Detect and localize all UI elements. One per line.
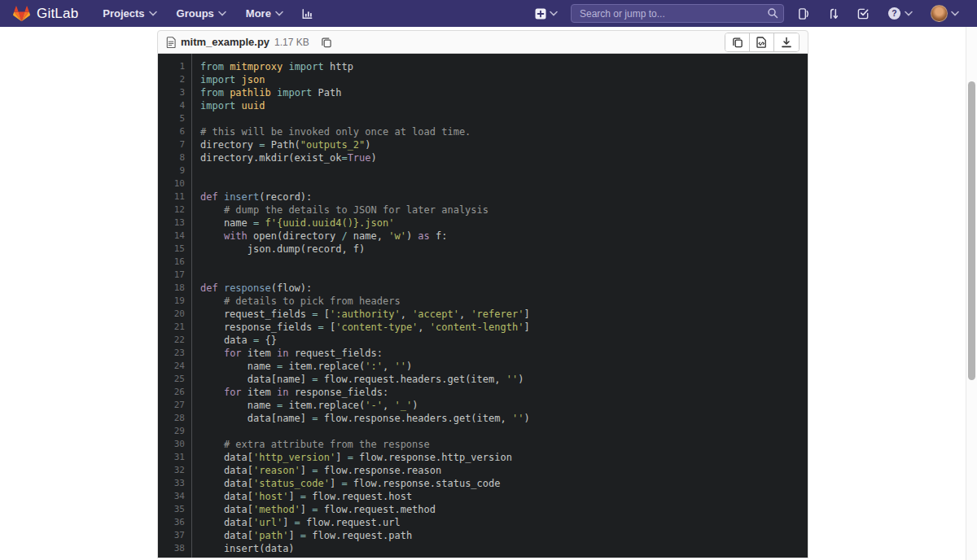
line-number[interactable]: 2	[158, 73, 185, 86]
line-number[interactable]: 20	[158, 308, 185, 321]
line-number[interactable]: 36	[158, 516, 185, 529]
line-number[interactable]: 8	[158, 151, 185, 164]
code-line: # dump the details to JSON for later ana…	[200, 203, 808, 217]
code-line	[200, 425, 808, 438]
gitlab-home-link[interactable]: GitLab	[13, 6, 78, 22]
open-raw-button[interactable]	[750, 33, 774, 51]
nav-groups[interactable]: Groups	[170, 3, 233, 24]
code-line: data['host'] = flow.request.host	[200, 490, 808, 503]
raw-file-icon	[756, 37, 767, 48]
line-number[interactable]: 26	[158, 386, 185, 399]
code-line: data[name] = flow.request.headers.get(it…	[200, 373, 808, 386]
todo-check-icon	[857, 7, 870, 20]
line-number[interactable]: 18	[158, 282, 185, 295]
file-action-group	[725, 33, 800, 52]
page-body: mitm_example.py 1.17 KB	[0, 27, 966, 560]
page-scrollbar[interactable]	[966, 27, 977, 560]
code-line: def insert(record):	[200, 190, 808, 203]
code-line: response_fields = ['content-type', 'cont…	[200, 321, 808, 334]
line-number[interactable]: 17	[158, 269, 185, 282]
code-line: json.dump(record, f)	[200, 243, 808, 256]
code-line: import json	[200, 73, 808, 86]
help-question-icon: ?	[887, 7, 901, 20]
code-line: data['status_code'] = flow.response.stat…	[200, 477, 808, 490]
line-number[interactable]: 33	[158, 477, 185, 490]
line-number[interactable]: 32	[158, 464, 185, 477]
line-number[interactable]: 19	[158, 295, 185, 308]
file-title: mitm_example.py 1.17 KB	[166, 36, 332, 48]
code-line: # details to pick from headers	[200, 295, 808, 308]
file-actions	[725, 33, 800, 52]
help-menu-button[interactable]: ?	[883, 3, 918, 24]
code-line	[200, 177, 808, 190]
code-line	[200, 112, 808, 125]
line-number[interactable]: 22	[158, 334, 185, 347]
nav-more-label: More	[246, 7, 271, 20]
line-number[interactable]: 21	[158, 321, 185, 334]
copy-icon	[732, 37, 743, 48]
line-number[interactable]: 12	[158, 203, 185, 217]
line-number[interactable]: 4	[158, 99, 185, 112]
line-number[interactable]: 3	[158, 86, 185, 99]
copy-contents-button[interactable]	[725, 33, 750, 51]
new-menu-button[interactable]	[530, 5, 563, 23]
copy-file-path-button[interactable]	[321, 37, 332, 48]
code-line-numbers: 1234567891011121314151617181920212223242…	[158, 54, 192, 558]
line-number[interactable]: 1	[158, 60, 185, 73]
avatar	[931, 5, 948, 22]
line-number[interactable]: 34	[158, 490, 185, 503]
chevron-down-icon	[275, 11, 283, 16]
line-number[interactable]: 15	[158, 243, 185, 256]
line-number[interactable]: 37	[158, 529, 185, 542]
code-line: name = item.replace('-', '_')	[200, 399, 808, 412]
line-number[interactable]: 24	[158, 360, 185, 373]
line-number[interactable]: 16	[158, 256, 185, 269]
code-line: data['http_version'] = flow.response.htt…	[200, 451, 808, 464]
line-number[interactable]: 31	[158, 451, 185, 464]
line-number[interactable]: 38	[158, 542, 185, 555]
code-line: data = {}	[200, 334, 808, 347]
code-line: for item in request_fields:	[200, 347, 808, 360]
svg-text:?: ?	[892, 9, 896, 18]
line-number[interactable]: 5	[158, 112, 185, 125]
analytics-button[interactable]	[296, 5, 318, 23]
line-number[interactable]: 35	[158, 503, 185, 516]
file-viewer: mitm_example.py 1.17 KB	[157, 30, 808, 558]
download-button[interactable]	[774, 33, 799, 51]
global-search	[571, 4, 784, 23]
line-number[interactable]: 28	[158, 412, 185, 425]
code-line: # this will be invoked only once at load…	[200, 125, 808, 138]
issues-button[interactable]	[792, 4, 814, 24]
line-number[interactable]: 25	[158, 373, 185, 386]
code-line: directory.mkdir(exist_ok=True)	[200, 151, 808, 164]
code-line: data['reason'] = flow.response.reason	[200, 464, 808, 477]
line-number[interactable]: 14	[158, 230, 185, 243]
file-name: mitm_example.py	[181, 36, 269, 48]
line-number[interactable]: 7	[158, 138, 185, 151]
nav-projects[interactable]: Projects	[96, 3, 163, 24]
chevron-down-icon	[951, 11, 959, 16]
code-line	[200, 164, 808, 177]
scrollbar-thumb[interactable]	[968, 81, 975, 380]
user-menu-button[interactable]	[926, 2, 964, 25]
line-number[interactable]: 30	[158, 438, 185, 451]
line-number[interactable]: 13	[158, 217, 185, 230]
merge-requests-button[interactable]	[822, 4, 844, 24]
brand-text: GitLab	[37, 6, 78, 22]
code-line: insert(data)	[200, 542, 808, 555]
line-number[interactable]: 10	[158, 177, 185, 190]
top-navbar: GitLab Projects Groups More	[0, 0, 977, 27]
line-number[interactable]: 23	[158, 347, 185, 360]
search-icon[interactable]	[767, 7, 778, 19]
search-input[interactable]	[571, 4, 784, 23]
primary-nav: Projects Groups More	[96, 3, 318, 24]
line-number[interactable]: 11	[158, 190, 185, 203]
line-number[interactable]: 6	[158, 125, 185, 138]
line-number[interactable]: 9	[158, 164, 185, 177]
line-number[interactable]: 29	[158, 425, 185, 438]
todos-button[interactable]	[852, 4, 874, 23]
line-number[interactable]: 27	[158, 399, 185, 412]
code-line: with open(directory / name, 'w') as f:	[200, 230, 808, 243]
nav-more[interactable]: More	[239, 3, 290, 24]
plus-square-icon	[535, 8, 546, 20]
